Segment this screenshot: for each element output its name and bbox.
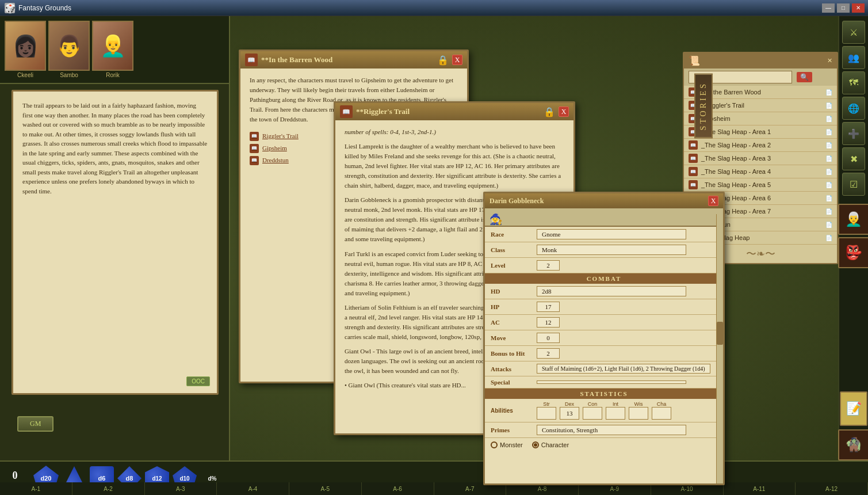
toolbar-map-btn[interactable]: 🗺 — [842, 71, 865, 94]
cha-value[interactable] — [652, 407, 671, 420]
portrait-name-sambo: Sambo — [60, 72, 78, 78]
rigglers-para-0: number of spells: 0-4, 1st-3, 2nd-1.) — [345, 127, 564, 137]
grid-a6[interactable]: A-6 — [362, 482, 434, 495]
story-item-7[interactable]: 📖 _The Slag Heap - Area 5 📄 — [684, 178, 837, 192]
portrait-frame-ckeeli: 👩🏿 — [5, 21, 46, 71]
move-value[interactable]: 0 — [537, 333, 560, 343]
toolbar-combat-btn[interactable]: ⚔ — [842, 21, 865, 44]
link-label-dreddstun: Dreddstun — [262, 155, 289, 165]
rigglers-lock-icon: 🔒 — [544, 106, 555, 117]
bth-value[interactable]: 2 — [537, 348, 560, 359]
radio-label-monster: Monster — [500, 441, 523, 448]
window-controls: — □ ✕ — [822, 3, 865, 13]
toolbar-world-btn[interactable]: 🌐 — [842, 97, 865, 120]
grid-a1[interactable]: A-1 — [0, 482, 72, 495]
char-type-row: Monster Character — [485, 438, 723, 452]
game-area: 👩🏿 Ckeeli 👨 Sambo 👱‍♂️ Rorik The trail a… — [0, 16, 868, 495]
grid-a2[interactable]: A-2 — [72, 482, 145, 495]
int-name: Int — [613, 401, 618, 407]
ac-value[interactable]: 12 — [537, 317, 560, 328]
primes-value[interactable]: Constitution, Strength — [537, 425, 686, 435]
story-page-1: 📄 — [825, 102, 832, 109]
char-close[interactable]: X — [708, 196, 718, 206]
dex-value[interactable]: 13 — [560, 407, 579, 420]
radio-character[interactable]: Character — [532, 441, 569, 448]
grid-a11[interactable]: A-11 — [724, 482, 796, 495]
con-value[interactable] — [583, 407, 602, 420]
attacks-value[interactable]: Staff of Maiming (1d6+2), Light Flail (1… — [537, 364, 710, 374]
barren-wood-lock-icon: 🔒 — [437, 55, 449, 66]
barren-wood-close[interactable]: X — [452, 55, 462, 65]
maximize-button[interactable]: □ — [837, 3, 850, 13]
story-page-6: 📄 — [825, 169, 832, 175]
grid-a5[interactable]: A-5 — [289, 482, 362, 495]
dex-col: Dex 13 — [560, 401, 579, 420]
story-icon-4: 📖 — [689, 140, 698, 150]
portrait-name-ckeeli: Ckeeli — [17, 72, 33, 78]
gm-button[interactable]: GM — [17, 416, 53, 432]
race-row: Race Gnome — [485, 227, 723, 242]
story-label-4: _The Slag Heap - Area 2 — [701, 142, 771, 148]
notes-icon[interactable]: 📝 — [840, 391, 867, 426]
hd-label: HD — [491, 288, 537, 295]
toolbar-plus-btn[interactable]: ➕ — [842, 122, 865, 145]
int-value[interactable] — [606, 407, 625, 420]
str-value[interactable] — [537, 407, 556, 420]
class-value[interactable]: Monk — [537, 245, 686, 255]
dex-name: Dex — [565, 401, 574, 407]
wis-col: Wis — [629, 401, 648, 420]
stories-search-go[interactable]: 🔍 — [797, 72, 812, 82]
portrait-sambo[interactable]: 👨 Sambo — [48, 21, 90, 78]
rigglers-close[interactable]: X — [559, 106, 569, 117]
char-scrollbar[interactable] — [716, 214, 723, 483]
level-value[interactable]: 2 — [537, 260, 560, 271]
radio-dot-character — [532, 441, 539, 448]
story-item-6[interactable]: 📖 _The Slag Heap - Area 4 📄 — [684, 165, 837, 178]
special-value[interactable] — [537, 380, 686, 384]
class-label: Class — [491, 246, 537, 253]
ooc-badge[interactable]: OOC — [186, 376, 210, 386]
npc-portrait-1[interactable]: 👨‍🦳 — [838, 204, 868, 235]
portrait-slot[interactable]: 🧙 — [490, 213, 502, 226]
story-label-6: _The Slag Heap - Area 4 — [701, 168, 771, 175]
race-label: Race — [491, 231, 537, 238]
grid-a4[interactable]: A-4 — [217, 482, 289, 495]
radio-monster[interactable]: Monster — [491, 441, 523, 448]
bth-label: Bonus to Hit — [491, 350, 537, 357]
portrait-rorik[interactable]: 👱‍♂️ Rorik — [92, 21, 133, 78]
character-sheet-window: Darin Gobbleneck X 🧙 Race Gnome Class Mo… — [483, 192, 725, 485]
rigglers-title: **Riggler's Trail — [356, 107, 410, 116]
level-row: Level 2 — [485, 258, 723, 273]
story-page-5: 📄 — [825, 155, 832, 162]
story-item-4[interactable]: 📖 _The Slag Heap - Area 2 📄 — [684, 139, 837, 152]
primes-row: Primes Constitution, Strength — [485, 422, 723, 438]
toolbar-xp-btn[interactable]: ✖ — [842, 147, 865, 170]
toolbar-check-btn[interactable]: ☑ — [842, 173, 865, 196]
hp-value[interactable]: 17 — [537, 302, 560, 312]
radio-label-character: Character — [541, 441, 569, 448]
story-page-8: 📄 — [825, 195, 832, 201]
portrait-ckeeli[interactable]: 👩🏿 Ckeeli — [5, 21, 46, 78]
combat-section-header: COMBAT — [485, 273, 723, 284]
story-page-3: 📄 — [825, 129, 832, 135]
hp-row: HP 17 — [485, 299, 723, 315]
bottom-portrait[interactable]: 🧌 — [838, 429, 868, 460]
wis-value[interactable] — [629, 407, 648, 420]
grid-a3[interactable]: A-3 — [145, 482, 217, 495]
grid-a12[interactable]: A-12 — [796, 482, 868, 495]
notes-area: The trail appears to be laid out in a fa… — [12, 90, 219, 395]
str-name: Str — [543, 401, 550, 407]
minimize-button[interactable]: — — [822, 3, 835, 13]
close-button[interactable]: ✕ — [852, 3, 865, 13]
hd-value[interactable]: 2d8 — [537, 286, 686, 296]
toolbar-characters-btn[interactable]: 👥 — [842, 46, 865, 69]
vert-stories-tab[interactable]: STORIES — [694, 74, 713, 139]
race-value[interactable]: Gnome — [537, 229, 686, 239]
stories-panel-close[interactable]: ✕ — [827, 57, 832, 64]
special-label: Special — [491, 379, 537, 386]
special-row: Special — [485, 376, 723, 389]
story-item-5[interactable]: 📖 _The Slag Heap - Area 3 📄 — [684, 152, 837, 165]
npc-portrait-2[interactable]: 👺 — [838, 237, 868, 268]
stories-panel-header: 📜 ✕ — [684, 53, 837, 68]
abilities-row: Abilities Str Dex 13 Con Int — [485, 399, 723, 422]
